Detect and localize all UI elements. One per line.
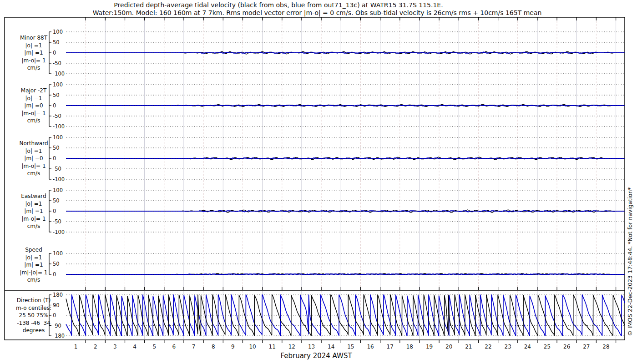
panel-label-direction: Direction (T) m-o centiles: 25 50 75% -1…	[4, 297, 64, 334]
panel-stat: -138 -46 34	[4, 319, 64, 327]
day-label: 15	[347, 344, 354, 350]
trace-speed-model	[66, 274, 625, 274]
outer-frame	[5, 17, 625, 340]
day-label: 16	[367, 344, 374, 350]
panel-stat: |o| =1	[4, 200, 64, 208]
panel-stat: |o| =1	[4, 42, 64, 50]
day-label: 14	[328, 344, 334, 350]
panel-stat: |m| =1	[4, 49, 64, 57]
panel-stat: |m|-|o|= 1	[4, 269, 64, 277]
day-label: 23	[505, 344, 511, 350]
panel-stat: |o| =1	[4, 147, 64, 155]
x-axis-month-label: February 2024 AWST	[280, 352, 352, 360]
panel-stat: m-o centiles:	[4, 304, 64, 312]
day-label: 9	[231, 344, 235, 350]
panel-title: Minor 88T	[4, 34, 64, 42]
panel-stat: |m-o|= 1	[4, 57, 64, 65]
imos-watermark: © IMOS 22-Dec-2023 17:48:44. *Not for na…	[627, 187, 633, 336]
day-label: 5	[152, 344, 156, 350]
panel-unit: degrees	[4, 327, 64, 334]
day-label: 27	[583, 344, 590, 350]
day-label: 18	[406, 344, 413, 350]
panel-title: Direction (T)	[4, 297, 64, 304]
day-label: 11	[269, 344, 276, 350]
panel-stat: 25 50 75%	[4, 312, 64, 319]
panel-title: Northward	[4, 140, 64, 147]
day-label: 19	[426, 344, 433, 350]
day-label: 20	[445, 344, 452, 350]
panel-stat: |m-o|= 1	[4, 162, 64, 170]
day-label: 4	[133, 344, 136, 350]
day-label: 28	[602, 344, 609, 350]
panel-title: Speed	[4, 246, 64, 254]
panel-stat: |o| =1	[4, 254, 64, 262]
trace-major-model	[66, 105, 625, 106]
day-label: 22	[485, 344, 491, 350]
panel-unit: cm/s	[4, 64, 64, 72]
chart-canvas: 1234567891011121314151617181920212223242…	[0, 0, 637, 364]
panel-stat: |m| =1	[4, 207, 64, 215]
panel-stat: |o| =1	[4, 95, 64, 102]
panel-unit: cm/s	[4, 170, 64, 177]
panel-stat: |m-o|= 1	[4, 215, 64, 223]
day-label: 26	[563, 344, 570, 350]
panel-unit: cm/s	[4, 276, 64, 284]
day-label: 13	[308, 344, 315, 350]
panel-unit: cm/s	[4, 117, 64, 125]
day-label: 3	[113, 344, 117, 350]
panel-stat: |m| =0	[4, 155, 64, 162]
panel-label-major: Major -2T |o| =1 |m| =0 |m-o|= 1 cm/s	[4, 87, 64, 125]
panel-label-northward: Northward |o| =1 |m| =0 |m-o|= 1 cm/s	[4, 140, 64, 177]
day-label: 7	[192, 344, 196, 350]
panel-stat: |m-o|= 1	[4, 110, 64, 117]
day-label: 6	[172, 344, 176, 350]
day-label: 1	[74, 344, 78, 350]
day-label: 25	[544, 344, 551, 350]
day-label: 17	[387, 344, 394, 350]
panel-stat: |m| =0	[4, 102, 64, 110]
trace-northward-model	[66, 158, 625, 158]
panel-label-speed: Speed |o| =1 |m| =1 |m|-|o|= 1 cm/s	[4, 246, 64, 284]
day-label: 24	[524, 344, 531, 350]
day-label: 21	[465, 344, 472, 350]
day-label: 10	[249, 344, 256, 350]
panel-stat: |m| =1	[4, 261, 64, 269]
panel-unit: cm/s	[4, 222, 64, 230]
panel-label-minor: Minor 88T |o| =1 |m| =1 |m-o|= 1 cm/s	[4, 34, 64, 72]
day-label: 2	[94, 344, 97, 350]
panel-title: Major -2T	[4, 87, 64, 95]
day-label: 8	[212, 344, 215, 350]
panel-title: Eastward	[4, 192, 64, 200]
day-label: 12	[288, 344, 295, 350]
panel-label-eastward: Eastward |o| =1 |m| =1 |m-o|= 1 cm/s	[4, 192, 64, 230]
tidal-velocity-figure: Predicted depth-average tidal velocity (…	[0, 0, 637, 364]
